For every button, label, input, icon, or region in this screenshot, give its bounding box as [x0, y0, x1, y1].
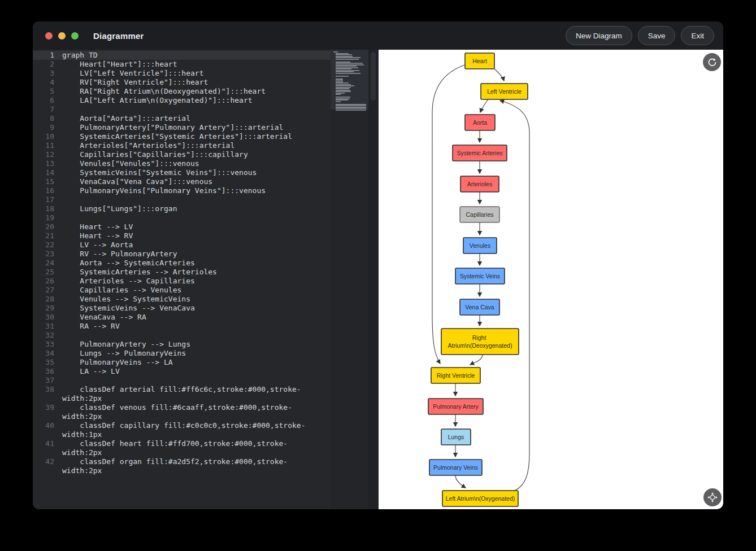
- code-line[interactable]: 29 SystemicVeins --> VenaCava: [33, 304, 379, 313]
- line-number: 26: [33, 277, 62, 286]
- code-line[interactable]: 26 Arterioles --> Capillaries: [33, 277, 379, 286]
- exit-button[interactable]: Exit: [681, 26, 714, 45]
- line-number: 37: [33, 376, 62, 385]
- code-line[interactable]: 10 SystemicArteries["Systemic Arteries"]…: [33, 132, 379, 141]
- code-line[interactable]: 35 PulmonaryVeins --> LA: [33, 358, 379, 367]
- code-line-text: Heart --> LV: [62, 222, 318, 231]
- line-number: 35: [33, 358, 62, 367]
- minimap-line: [336, 59, 359, 60]
- code-line[interactable]: 15 VenaCava["Vena Cava"]:::venous: [33, 177, 379, 186]
- code-line[interactable]: 40 classDef capillary fill:#c0c0c0,strok…: [33, 421, 379, 439]
- code-line[interactable]: 16 PulmonaryVeins["Pulmonary Veins"]:::v…: [33, 186, 379, 195]
- code-line[interactable]: 25 SystemicArteries --> Arterioles: [33, 268, 379, 277]
- code-line[interactable]: 30 VenaCava --> RA: [33, 313, 379, 322]
- node-pulmonary-veins[interactable]: Pulmonary Veins: [429, 460, 482, 475]
- diagram-preview-pane: Heart Left Ventricle Aorta Systemic Arte…: [379, 50, 723, 509]
- line-number: 12: [33, 150, 62, 159]
- code-line[interactable]: 39 classDef venous fill:#6caaff,stroke:#…: [33, 403, 379, 421]
- reload-diagram-button[interactable]: [703, 53, 721, 71]
- code-line[interactable]: 37: [33, 376, 379, 385]
- line-number: 27: [33, 286, 62, 295]
- code-line[interactable]: 38 classDef arterial fill:#ff6c6c,stroke…: [33, 385, 379, 403]
- node-arterioles[interactable]: Arterioles: [460, 176, 499, 192]
- minimap-line: [336, 94, 341, 95]
- node-aorta[interactable]: Aorta: [465, 115, 495, 130]
- code-editor[interactable]: 1graph TD2 Heart["Heart"]:::heart3 LV["L…: [33, 50, 379, 509]
- line-number: 11: [33, 141, 62, 150]
- code-line[interactable]: 27 Capillaries --> Venules: [33, 286, 379, 295]
- minimap-line: [336, 76, 349, 77]
- node-capillaries[interactable]: Capillaries: [460, 207, 499, 222]
- minimap[interactable]: [331, 50, 368, 509]
- titlebar: Diagrammer New Diagram Save Exit: [33, 21, 723, 50]
- line-number: 30: [33, 313, 62, 322]
- code-line[interactable]: 9 PulmonaryArtery["Pulmonary Artery"]:::…: [33, 123, 379, 132]
- code-line-text: SystemicArteries["Systemic Arteries"]:::…: [62, 132, 318, 141]
- code-line[interactable]: 22 LV --> Aorta: [33, 240, 379, 250]
- pan-button[interactable]: [703, 488, 722, 506]
- line-number: 15: [33, 177, 62, 186]
- node-lungs[interactable]: Lungs: [441, 429, 471, 445]
- node-pulmonary-artery[interactable]: Pulmonary Artery: [428, 399, 483, 414]
- node-left-atrium[interactable]: Left Atrium\n(Oxygenated): [442, 491, 518, 506]
- code-line[interactable]: 19: [33, 213, 379, 222]
- line-number: 3: [33, 69, 62, 78]
- node-venules[interactable]: Venules: [463, 238, 497, 253]
- svg-text:Left Ventricle: Left Ventricle: [487, 88, 522, 95]
- node-systemic-arteries[interactable]: Systemic Arteries: [453, 145, 507, 161]
- code-line[interactable]: 23 RV --> PulmonaryArtery: [33, 250, 379, 259]
- code-line[interactable]: 2 Heart["Heart"]:::heart: [33, 60, 379, 69]
- code-line[interactable]: 20 Heart --> LV: [33, 222, 379, 231]
- code-line[interactable]: 7: [33, 105, 379, 114]
- code-line[interactable]: 41 classDef heart fill:#ffd700,stroke:#0…: [33, 439, 379, 457]
- line-number: 6: [33, 96, 62, 105]
- minimap-line: [336, 73, 360, 74]
- scrollbar-thumb[interactable]: [371, 52, 376, 100]
- code-line[interactable]: 4 RV["Right Ventricle"]:::heart: [33, 78, 379, 87]
- code-line[interactable]: 21 Heart --> RV: [33, 231, 379, 240]
- close-button[interactable]: [45, 32, 53, 40]
- line-number: 14: [33, 168, 62, 177]
- node-right-atrium[interactable]: Right Atrium\n(Deoxygenated): [441, 329, 519, 355]
- svg-text:Vena Cava: Vena Cava: [465, 304, 494, 311]
- code-line[interactable]: 13 Venules["Venules"]:::venous: [33, 159, 379, 168]
- minimize-button[interactable]: [58, 32, 66, 40]
- code-line[interactable]: 34 Lungs --> PulmonaryVeins: [33, 349, 379, 358]
- line-number: 2: [33, 60, 62, 69]
- zoom-button[interactable]: [71, 32, 79, 40]
- node-right-ventricle[interactable]: Right Ventricle: [431, 368, 480, 383]
- code-line[interactable]: 31 RA --> RV: [33, 322, 379, 331]
- code-line[interactable]: 33 PulmonaryArtery --> Lungs: [33, 340, 379, 349]
- code-line[interactable]: 18 Lungs["Lungs"]:::organ: [33, 204, 379, 213]
- svg-text:Venules: Venules: [470, 242, 490, 249]
- code-line[interactable]: 6 LA["Left Atrium\n(Oxygenated)"]:::hear…: [33, 96, 379, 105]
- node-left-ventricle[interactable]: Left Ventricle: [481, 84, 528, 99]
- code-line[interactable]: 17: [33, 195, 379, 204]
- code-lines[interactable]: 1graph TD2 Heart["Heart"]:::heart3 LV["L…: [33, 51, 379, 475]
- nodes: Heart Left Ventricle Aorta Systemic Arte…: [428, 53, 528, 506]
- code-line-text: Aorta["Aorta"]:::arterial: [62, 114, 318, 123]
- node-systemic-veins[interactable]: Systemic Veins: [455, 268, 505, 284]
- code-line[interactable]: 12 Capillaries["Capillaries"]:::capillar…: [33, 150, 379, 159]
- line-number: 9: [33, 123, 62, 132]
- save-button[interactable]: Save: [638, 26, 676, 45]
- code-line[interactable]: 8 Aorta["Aorta"]:::arterial: [33, 114, 379, 123]
- code-line[interactable]: 36 LA --> LV: [33, 367, 379, 376]
- code-line[interactable]: 28 Venules --> SystemicVeins: [33, 295, 379, 304]
- code-line[interactable]: 42 classDef organ fill:#a2d5f2,stroke:#0…: [33, 457, 379, 475]
- code-line[interactable]: 24 Aorta --> SystemicArteries: [33, 259, 379, 268]
- node-vena-cava[interactable]: Vena Cava: [460, 299, 499, 315]
- code-line-text: Capillaries --> Venules: [62, 286, 318, 295]
- code-line[interactable]: 14 SystemicVeins["Systemic Veins"]:::ven…: [33, 168, 379, 177]
- code-line-text: VenaCava --> RA: [62, 313, 318, 322]
- code-line[interactable]: 32: [33, 331, 379, 340]
- line-number: 19: [33, 213, 62, 222]
- node-heart[interactable]: Heart: [465, 53, 494, 69]
- code-line[interactable]: 11 Arterioles["Arterioles"]:::arterial: [33, 141, 379, 150]
- new-diagram-button[interactable]: New Diagram: [566, 26, 632, 45]
- editor-scrollbar[interactable]: [368, 50, 379, 509]
- code-line[interactable]: 5 RA["Right Atrium\n(Deoxygenated)"]:::h…: [33, 87, 379, 96]
- code-line[interactable]: 3 LV["Left Ventricle"]:::heart: [33, 69, 379, 78]
- code-line-text: [62, 376, 318, 385]
- code-line[interactable]: 1graph TD: [33, 51, 379, 60]
